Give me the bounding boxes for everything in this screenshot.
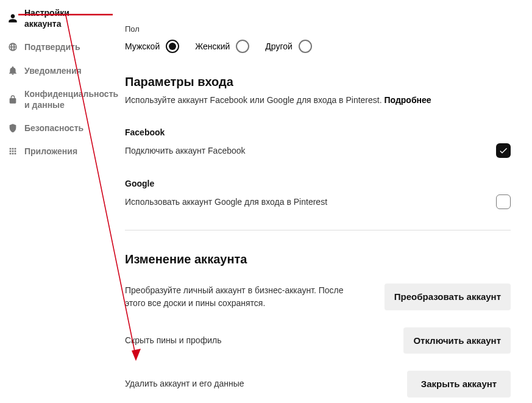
gender-field-label: Пол [125, 24, 511, 34]
shield-icon [7, 123, 18, 134]
google-provider-block: Google Использовать аккаунт Google для в… [125, 179, 511, 209]
settings-content: Пол Мужской Женский Другой Параметры вхо… [113, 0, 532, 403]
login-options-description: Используйте аккаунт Facebook или Google … [125, 94, 511, 107]
sidebar-item-label: Приложения [24, 146, 77, 157]
check-icon [498, 146, 508, 155]
convert-account-button[interactable]: Преобразовать аккаунт [385, 284, 511, 310]
lock-icon [7, 94, 18, 105]
gender-radio-group: Мужской Женский Другой [125, 40, 511, 53]
sidebar-item-label: Безопасность [24, 123, 83, 134]
radio-label: Женский [195, 41, 230, 51]
gender-radio-male[interactable]: Мужской [125, 40, 179, 53]
radio-label: Мужской [125, 41, 160, 51]
sidebar-item-account-settings[interactable]: Настройки аккаунта [7, 2, 108, 37]
settings-sidebar: Настройки аккаунта Подтвердить Уведомлен… [0, 0, 113, 403]
sidebar-item-verify[interactable]: Подтвердить [7, 37, 108, 60]
gender-radio-other[interactable]: Другой [265, 40, 312, 53]
person-icon [7, 13, 18, 24]
radio-indicator [236, 40, 249, 53]
radio-label: Другой [265, 41, 293, 51]
sidebar-item-notifications[interactable]: Уведомления [7, 60, 108, 84]
sidebar-item-label: Настройки аккаунта [24, 7, 108, 29]
login-desc-text: Используйте аккаунт Facebook или Google … [125, 95, 384, 105]
sidebar-item-security[interactable]: Безопасность [7, 118, 108, 141]
facebook-provider-desc: Подключить аккаунт Facebook [125, 146, 246, 155]
radio-indicator [166, 40, 179, 53]
globe-icon [7, 41, 18, 52]
gender-radio-female[interactable]: Женский [195, 40, 249, 53]
close-account-row: Удалить аккаунт и его данные Закрыть акк… [125, 371, 511, 398]
radio-indicator [299, 40, 312, 53]
sidebar-item-apps[interactable]: Приложения [7, 141, 108, 164]
google-provider-name: Google [125, 179, 511, 188]
sidebar-item-label: Конфиденциальность и данные [24, 88, 118, 110]
close-account-button[interactable]: Закрыть аккаунт [407, 371, 511, 398]
sidebar-item-label: Подтвердить [24, 41, 80, 52]
sidebar-item-privacy[interactable]: Конфиденциальность и данные [7, 84, 108, 118]
google-toggle[interactable] [496, 194, 511, 209]
convert-account-row: Преобразуйте личный аккаунт в бизнес-акк… [125, 284, 511, 310]
disable-account-text: Скрыть пины и профиль [125, 334, 221, 347]
login-options-title: Параметры входа [125, 75, 511, 89]
facebook-provider-block: Facebook Подключить аккаунт Facebook [125, 127, 511, 158]
account-change-title: Изменение аккаунта [125, 252, 511, 266]
login-more-link[interactable]: Подробнее [384, 95, 431, 105]
facebook-toggle[interactable] [496, 143, 511, 158]
section-divider [125, 230, 511, 230]
apps-icon [7, 146, 18, 157]
close-account-text: Удалить аккаунт и его данные [125, 377, 244, 390]
disable-account-row: Скрыть пины и профиль Отключить аккаунт [125, 327, 511, 354]
bell-icon [7, 65, 18, 76]
convert-account-text: Преобразуйте личный аккаунт в бизнес-акк… [125, 284, 363, 310]
facebook-provider-name: Facebook [125, 127, 511, 137]
disable-account-button[interactable]: Отключить аккаунт [403, 327, 511, 354]
google-provider-desc: Использовать аккаунт Google для входа в … [125, 197, 327, 207]
sidebar-item-label: Уведомления [24, 65, 82, 76]
